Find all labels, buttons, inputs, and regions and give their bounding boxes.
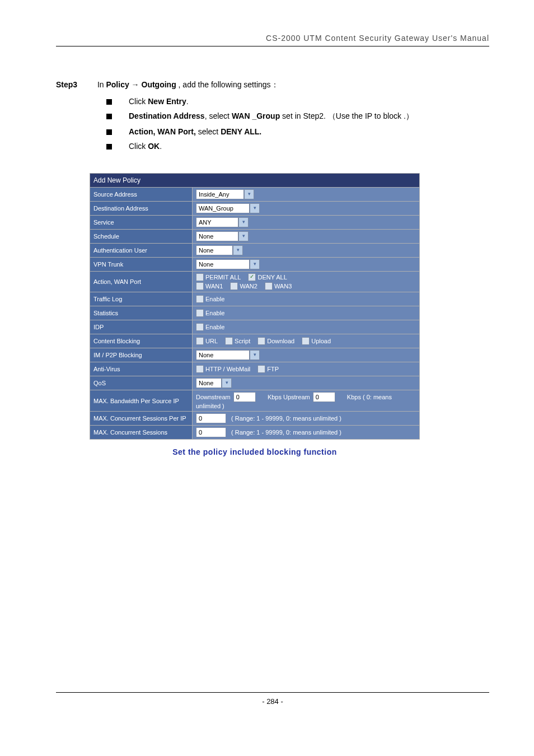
policy-figure: Add New Policy Source Address Inside_Any… bbox=[90, 173, 420, 456]
chevron-down-icon[interactable]: ▾ bbox=[238, 217, 249, 227]
square-bullet-icon bbox=[106, 99, 112, 105]
wan2-checkbox[interactable] bbox=[230, 282, 238, 290]
traffic-log-checkbox[interactable] bbox=[196, 295, 204, 303]
vpn-trunk-select[interactable]: None bbox=[196, 259, 250, 269]
row-traffic-log-label: Traffic Log bbox=[90, 292, 193, 306]
idp-checkbox[interactable] bbox=[196, 323, 204, 331]
sess-ip-input[interactable]: 0 bbox=[196, 413, 226, 423]
chevron-down-icon[interactable]: ▾ bbox=[250, 203, 260, 213]
row-qos-label: QoS bbox=[90, 376, 193, 390]
bullet-item: Click New Entry. bbox=[106, 97, 489, 106]
row-vpn-trunk-label: VPN Trunk bbox=[90, 258, 193, 272]
policy-title: Add New Policy bbox=[90, 174, 420, 188]
auth-user-select[interactable]: None bbox=[196, 245, 233, 255]
script-checkbox[interactable] bbox=[225, 337, 233, 345]
square-bullet-icon bbox=[106, 129, 112, 135]
chevron-down-icon[interactable]: ▾ bbox=[233, 245, 243, 255]
chevron-down-icon[interactable]: ▾ bbox=[238, 231, 249, 241]
source-address-select[interactable]: Inside_Any bbox=[196, 189, 244, 199]
schedule-select[interactable]: None bbox=[196, 231, 238, 241]
url-checkbox[interactable] bbox=[196, 337, 204, 345]
row-service-label: Service bbox=[90, 216, 193, 230]
im-p2p-select[interactable]: None bbox=[196, 350, 250, 360]
upstream-input[interactable]: 0 bbox=[313, 392, 335, 402]
page-number: - 284 - bbox=[56, 692, 489, 706]
wan3-checkbox[interactable] bbox=[265, 282, 273, 290]
qos-select[interactable]: None bbox=[196, 378, 222, 388]
destination-address-select[interactable]: WAN_Group bbox=[196, 203, 250, 213]
row-source-address-label: Source Address bbox=[90, 188, 193, 202]
chevron-down-icon[interactable]: ▾ bbox=[222, 378, 232, 388]
chevron-down-icon[interactable]: ▾ bbox=[244, 189, 254, 199]
service-select[interactable]: ANY bbox=[196, 217, 238, 227]
step3-line: Step3 In Policy → Outgoing , add the fol… bbox=[56, 80, 489, 90]
row-sess-ip-label: MAX. Concurrent Sessions Per IP bbox=[90, 412, 193, 426]
upload-checkbox[interactable] bbox=[302, 337, 310, 345]
row-antivirus-label: Anti-Virus bbox=[90, 362, 193, 376]
row-bw-label: MAX. Bandwidth Per Source IP bbox=[90, 390, 193, 412]
row-action-label: Action, WAN Port bbox=[90, 272, 193, 292]
header-title: CS-2000 UTM Content Security Gateway Use… bbox=[56, 34, 489, 46]
bullet-item: Destination Address, select WAN _Group s… bbox=[106, 111, 489, 122]
bullet-item: Click OK. bbox=[106, 142, 489, 151]
square-bullet-icon bbox=[106, 144, 112, 150]
download-checkbox[interactable] bbox=[257, 337, 265, 345]
square-bullet-icon bbox=[106, 114, 112, 119]
figure-caption: Set the policy included blocking functio… bbox=[90, 447, 420, 456]
row-destination-address-label: Destination Address bbox=[90, 202, 193, 216]
row-im-p2p-label: IM / P2P Blocking bbox=[90, 348, 193, 362]
ftp-checkbox[interactable] bbox=[257, 365, 265, 373]
row-schedule-label: Schedule bbox=[90, 230, 193, 244]
deny-all-checkbox[interactable]: ✓ bbox=[248, 273, 256, 281]
bullet-item: Action, WAN Port, select DENY ALL. bbox=[106, 127, 489, 136]
statistics-checkbox[interactable] bbox=[196, 309, 204, 317]
chevron-down-icon[interactable]: ▾ bbox=[250, 259, 260, 269]
http-webmail-checkbox[interactable] bbox=[196, 365, 204, 373]
sess-input[interactable]: 0 bbox=[196, 427, 226, 437]
row-sess-label: MAX. Concurrent Sessions bbox=[90, 426, 193, 440]
row-idp-label: IDP bbox=[90, 320, 193, 334]
row-statistics-label: Statistics bbox=[90, 306, 193, 320]
chevron-down-icon[interactable]: ▾ bbox=[250, 350, 260, 360]
row-auth-user-label: Authentication User bbox=[90, 244, 193, 258]
row-content-blocking-label: Content Blocking bbox=[90, 334, 193, 348]
step-label: Step3 bbox=[56, 80, 95, 89]
wan1-checkbox[interactable] bbox=[196, 282, 204, 290]
permit-all-checkbox[interactable] bbox=[196, 273, 204, 281]
downstream-input[interactable]: 0 bbox=[233, 392, 256, 402]
